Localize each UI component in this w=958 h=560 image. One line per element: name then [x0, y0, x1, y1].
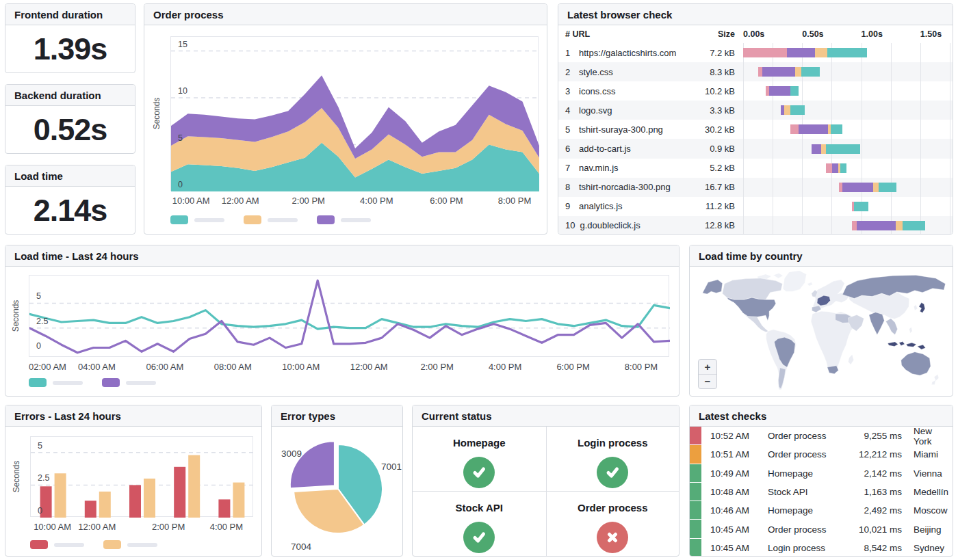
grid-line	[802, 159, 803, 178]
timing-segment-purple	[799, 124, 828, 134]
check-row: 10:45 AMLogin process8,542 msSydney	[690, 539, 953, 557]
panel-title: Load time - Last 24 hours	[14, 250, 139, 262]
request-url-text: g.doubleclick.js	[580, 220, 640, 230]
grid-line	[831, 81, 832, 101]
grid-line	[891, 101, 892, 120]
timing-segment-teal	[903, 221, 925, 230]
timing-segment-orange	[873, 183, 879, 192]
grid-line	[920, 81, 921, 101]
legend-item[interactable]	[30, 540, 84, 549]
check-time: 10:45 AM	[701, 524, 768, 535]
legend-swatch	[317, 215, 335, 224]
timing-segment-purple	[769, 86, 790, 96]
grid-line	[891, 159, 892, 178]
grid-line	[743, 197, 744, 216]
request-url: 7nav.min.js	[558, 163, 694, 173]
timing-segment-orange	[795, 67, 801, 77]
grid-line	[950, 178, 950, 197]
panel-header: Latest checks	[690, 405, 953, 427]
y-tick-label: 5	[36, 291, 41, 301]
grid-line	[862, 101, 862, 120]
check-time: 10:52 AM	[701, 431, 768, 441]
request-timing-track	[743, 216, 950, 235]
y-axis-label: Seconds	[152, 98, 161, 130]
check-name: Homepage	[768, 468, 849, 479]
grid-line	[802, 197, 803, 216]
legend-item[interactable]	[103, 540, 157, 549]
grid-line	[802, 139, 803, 158]
panel-header: Current status	[413, 405, 679, 427]
legend-item[interactable]	[29, 378, 83, 387]
check-time: 10:46 AM	[701, 505, 768, 516]
y-tick-label: 2.5	[38, 473, 49, 483]
check-row: 10:51 AMOrder process12,212 msMiami	[690, 445, 953, 464]
request-size: 11.2 kB	[694, 201, 743, 211]
bar-orange	[99, 492, 111, 518]
grid-line	[862, 81, 862, 101]
check-location: Medellín	[902, 487, 953, 497]
y-tick-label: 0	[38, 506, 42, 516]
request-index: 5	[565, 124, 574, 135]
request-url: 6add-to-cart.js	[558, 144, 694, 154]
grid-line	[743, 216, 744, 235]
request-timing-track	[743, 43, 950, 62]
legend-item[interactable]	[102, 378, 156, 387]
x-tick-label: 10:00 AM	[172, 196, 210, 206]
current-status-body: HomepageLogin processStock APIOrder proc…	[413, 427, 679, 556]
grid-line	[950, 120, 950, 139]
table-row: 5tshirt-suraya-300.png30.2 kB	[558, 120, 953, 139]
kpi-value: 2.14s	[5, 187, 135, 234]
table-row: 2style.css8.3 kB	[558, 62, 953, 81]
grid-line	[950, 101, 950, 120]
request-url: 5tshirt-suraya-300.png	[558, 124, 694, 135]
x-tick-label: 10:00 AM	[34, 522, 71, 532]
bar-red	[85, 501, 96, 518]
legend-item[interactable]	[170, 215, 224, 224]
grid-line	[862, 62, 862, 81]
request-timing-track	[743, 62, 950, 81]
status-cell: Login process	[546, 427, 679, 491]
grid-line	[920, 139, 921, 158]
table-row: 3icons.css10.2 kB	[558, 81, 953, 101]
request-url: 4logo.svg	[558, 105, 694, 116]
check-duration: 2,142 ms	[849, 468, 902, 479]
check-row: 10:45 AMOrder process10,021 msBeijing	[690, 520, 953, 538]
check-circle-icon	[463, 457, 495, 488]
legend-label-pill	[126, 381, 156, 385]
cross-circle-icon	[597, 522, 628, 553]
kpi-value: 1.39s	[5, 25, 135, 72]
status-strip	[690, 427, 701, 444]
check-name: Order process	[768, 524, 849, 535]
y-tick-label: 10	[178, 86, 187, 96]
timing-segment-pink	[826, 163, 832, 173]
check-duration: 10,021 ms	[849, 524, 902, 535]
request-url-text: style.css	[579, 67, 613, 77]
request-url-text: icons.css	[579, 86, 615, 96]
x-tick-label: 12:00 AM	[78, 522, 116, 532]
panel-header: Load time by country	[690, 245, 953, 267]
grid-line	[920, 178, 921, 197]
request-url: 10g.doubleclick.js	[558, 220, 694, 230]
x-tick-label: 4:00 PM	[210, 522, 243, 532]
grid-line	[831, 101, 832, 120]
table-row: 9analytics.js11.2 kB	[558, 197, 953, 216]
status-strip	[690, 501, 701, 519]
legend-item[interactable]	[317, 215, 371, 224]
grid-line	[920, 197, 921, 216]
panel-latest-checks: Latest checks 10:52 AMOrder process9,255…	[689, 405, 953, 557]
request-index: 2	[565, 67, 574, 77]
x-tick-label: 8:00 PM	[498, 196, 531, 206]
zoom-out-button[interactable]: −	[699, 374, 716, 388]
pie-slice-label: 7004	[291, 542, 312, 552]
check-time: 10:45 AM	[701, 543, 768, 553]
time-axis-label: 0.00s	[743, 29, 764, 39]
request-index: 8	[565, 182, 574, 192]
legend-item[interactable]	[244, 215, 298, 224]
panel-title: Latest checks	[699, 410, 766, 422]
grid-line	[891, 81, 892, 101]
monitoring-dashboard: Order process Seconds 051015 10:00 AM12:…	[0, 0, 958, 560]
x-axis-labels: 02:00 AM04:00 AM06:00 AM08:00 AM10:00 AM…	[29, 362, 669, 374]
zoom-in-button[interactable]: +	[699, 360, 716, 374]
check-location: Moscow	[902, 505, 953, 516]
bar-orange	[188, 455, 200, 518]
